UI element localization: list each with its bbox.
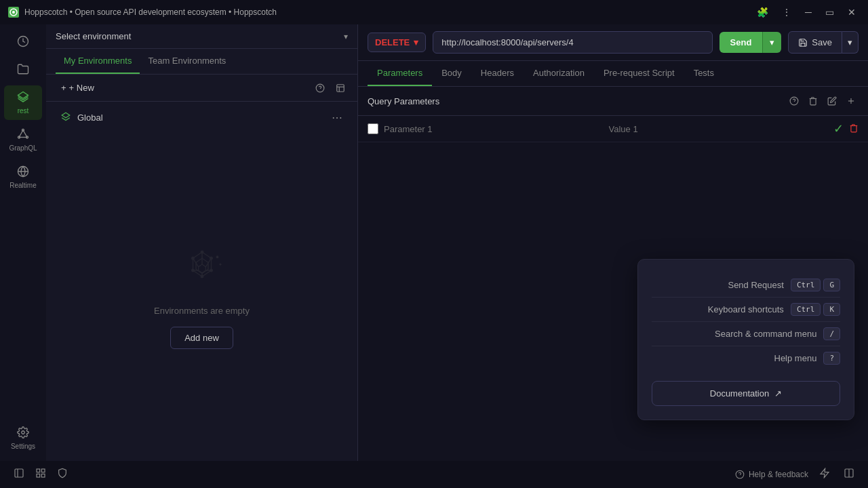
help-feedback-label: Help & feedback bbox=[749, 470, 808, 479]
empty-state-text: Environments are empty bbox=[154, 306, 250, 316]
params-delete-btn[interactable] bbox=[806, 94, 821, 108]
sidebar-item-settings[interactable]: Settings bbox=[4, 421, 42, 455]
lightning-btn[interactable] bbox=[816, 465, 833, 484]
svg-point-45 bbox=[736, 470, 744, 479]
save-group: Save ▾ bbox=[788, 31, 859, 54]
svg-line-7 bbox=[19, 130, 23, 138]
param-row: ✓ bbox=[358, 116, 868, 142]
tab-tests[interactable]: Tests bbox=[684, 61, 724, 86]
search-command-keys: / bbox=[823, 327, 840, 340]
params-help-btn[interactable] bbox=[787, 94, 802, 108]
global-env-item[interactable]: Global ⋯ bbox=[52, 104, 352, 131]
env-panel-actions bbox=[313, 81, 348, 96]
help-icon-btn[interactable] bbox=[313, 81, 328, 96]
tab-team-environments[interactable]: Team Environments bbox=[140, 49, 234, 74]
main-layout: rest GraphQL Realtime Settings bbox=[0, 24, 868, 461]
sidebar: rest GraphQL Realtime Settings bbox=[0, 24, 46, 461]
import-icon-btn[interactable] bbox=[333, 81, 348, 96]
graphql-icon bbox=[17, 128, 29, 142]
new-label: + New bbox=[69, 83, 94, 93]
send-button[interactable]: Send bbox=[719, 32, 763, 53]
param-delete-icon[interactable] bbox=[849, 123, 859, 135]
method-select[interactable]: DELETE ▾ bbox=[368, 33, 426, 52]
split-view-btn[interactable] bbox=[841, 465, 857, 484]
realtime-icon bbox=[17, 165, 29, 180]
svg-point-27 bbox=[201, 251, 203, 253]
titlebar-left: Hoppscotch • Open source API development… bbox=[8, 7, 277, 18]
svg-point-29 bbox=[210, 269, 212, 272]
url-input[interactable] bbox=[433, 31, 712, 54]
tab-parameters[interactable]: Parameters bbox=[368, 61, 432, 86]
sidebar-item-realtime[interactable]: Realtime bbox=[4, 160, 42, 195]
expand-panel-btn[interactable] bbox=[11, 465, 27, 484]
svg-line-8 bbox=[23, 130, 27, 138]
realtime-label: Realtime bbox=[9, 182, 36, 189]
grid-btn[interactable] bbox=[33, 465, 49, 484]
sidebar-item-graphql[interactable]: GraphQL bbox=[4, 123, 42, 157]
sidebar-item-collections[interactable] bbox=[4, 58, 42, 83]
help-feedback-btn[interactable]: Help & feedback bbox=[735, 470, 808, 479]
extensions-btn[interactable]: 🧩 bbox=[753, 5, 772, 19]
shortcut-row-keyboard: Keyboard shortcuts Ctrl K bbox=[652, 298, 840, 322]
bottom-left bbox=[11, 465, 71, 484]
empty-state: Environments are empty Add new bbox=[46, 134, 357, 461]
params-add-btn[interactable] bbox=[844, 94, 859, 108]
keyboard-shortcuts-keys: Ctrl K bbox=[791, 303, 840, 316]
send-request-label: Send Request bbox=[652, 280, 784, 290]
sidebar-top: rest GraphQL Realtime bbox=[4, 30, 42, 195]
bottom-bar: Help & feedback bbox=[0, 461, 868, 488]
save-icon bbox=[798, 38, 808, 47]
documentation-button[interactable]: Documentation ↗ bbox=[652, 381, 840, 406]
environment-panel: Select environment ▾ My Environments Tea… bbox=[46, 24, 358, 461]
bottom-right: Help & feedback bbox=[735, 465, 857, 484]
svg-marker-17 bbox=[62, 113, 70, 118]
external-link-icon: ↗ bbox=[774, 388, 782, 399]
svg-rect-14 bbox=[337, 84, 344, 92]
plus-icon: + bbox=[61, 83, 66, 93]
maximize-btn[interactable]: ▭ bbox=[821, 5, 838, 19]
tab-headers[interactable]: Headers bbox=[471, 61, 524, 86]
shield-btn[interactable] bbox=[54, 465, 71, 484]
tab-authorization[interactable]: Authorization bbox=[524, 61, 594, 86]
svg-rect-44 bbox=[37, 474, 40, 477]
shortcut-row-send: Send Request Ctrl G bbox=[652, 273, 840, 298]
send-dropdown-btn[interactable]: ▾ bbox=[762, 32, 781, 53]
svg-point-11 bbox=[22, 431, 25, 434]
doc-label: Documentation bbox=[710, 388, 769, 399]
minimize-btn[interactable]: ─ bbox=[801, 5, 816, 19]
request-bar: DELETE ▾ Send ▾ Save ▾ bbox=[358, 24, 868, 61]
folder-icon bbox=[17, 63, 29, 77]
param-check-icon[interactable]: ✓ bbox=[833, 121, 844, 136]
env-selector[interactable]: Select environment ▾ bbox=[46, 24, 357, 49]
param-checkbox[interactable] bbox=[368, 123, 378, 134]
sidebar-item-rest[interactable]: rest bbox=[4, 85, 42, 120]
more-btn[interactable]: ⋮ bbox=[778, 5, 795, 19]
svg-rect-39 bbox=[15, 469, 23, 477]
new-env-button[interactable]: + + New bbox=[56, 80, 100, 96]
svg-marker-47 bbox=[821, 468, 829, 477]
svg-point-34 bbox=[220, 264, 221, 265]
sidebar-bottom: Settings bbox=[4, 421, 42, 455]
param-key-input[interactable] bbox=[384, 124, 604, 134]
save-button[interactable]: Save bbox=[788, 31, 842, 54]
help-popup: Send Request Ctrl G Keyboard shortcuts C… bbox=[637, 259, 854, 420]
params-edit-btn[interactable] bbox=[825, 94, 840, 108]
env-tabs: My Environments Team Environments bbox=[46, 49, 357, 75]
request-tabs: Parameters Body Headers Authorization Pr… bbox=[358, 61, 868, 87]
tab-my-environments[interactable]: My Environments bbox=[56, 49, 140, 74]
chevron-down-icon: ▾ bbox=[344, 32, 348, 41]
k-key: K bbox=[823, 303, 840, 316]
save-dropdown-btn[interactable]: ▾ bbox=[842, 31, 859, 54]
more-options-icon[interactable]: ⋯ bbox=[332, 111, 342, 124]
svg-point-30 bbox=[201, 275, 203, 278]
help-menu-keys: ? bbox=[823, 352, 840, 365]
sidebar-item-history[interactable] bbox=[4, 30, 42, 55]
close-btn[interactable]: ✕ bbox=[844, 5, 860, 19]
tab-pre-request[interactable]: Pre-request Script bbox=[594, 61, 684, 86]
tab-body[interactable]: Body bbox=[432, 61, 471, 86]
svg-point-33 bbox=[216, 256, 218, 258]
add-new-button[interactable]: Add new bbox=[170, 327, 233, 349]
layers-icon bbox=[17, 91, 29, 105]
params-actions bbox=[787, 94, 859, 108]
param-value-input[interactable] bbox=[609, 124, 829, 134]
